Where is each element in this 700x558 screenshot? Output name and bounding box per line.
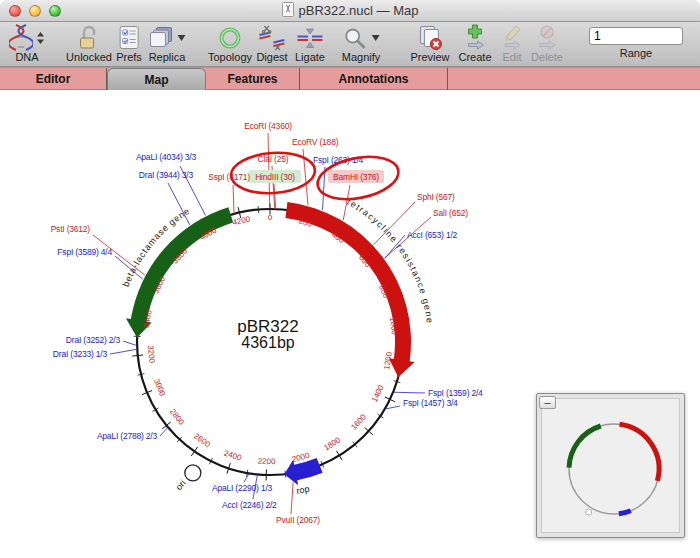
site-label[interactable]: SspI (4171) [208, 172, 250, 182]
delete-icon [534, 24, 560, 51]
site-leader [233, 185, 234, 214]
ligate-toolbar-button[interactable]: Ligate [295, 24, 326, 63]
site-label[interactable]: EcoRV (188) [292, 137, 339, 147]
app-window: pBR322.nucl — Map Range DNAUnlockedPrefs… [0, 0, 700, 558]
dna-toolbar-button[interactable]: DNA [9, 24, 45, 63]
scale-tick-label: 3000 [152, 378, 167, 398]
unlocked-toolbar-label: Unlocked [66, 51, 112, 63]
tab-editor[interactable]: Editor [0, 68, 107, 90]
mini-feature-tetracycline-resistance-gene [620, 424, 659, 481]
overview-collapse-button[interactable]: – [539, 396, 556, 409]
mini-ori-marker [586, 509, 592, 515]
document-icon [282, 2, 294, 20]
scale-tick-label: 1200 [382, 351, 394, 371]
prefs-toolbar-button[interactable]: Prefs [116, 24, 142, 63]
edit-toolbar-button: Edit [499, 24, 525, 63]
digest-toolbar-button[interactable]: Digest [256, 24, 287, 63]
close-button[interactable] [9, 5, 21, 17]
topology-icon [217, 24, 243, 51]
site-leader [393, 392, 425, 393]
scale-tick-label: 2600 [192, 432, 212, 450]
topology-toolbar-button[interactable]: Topology [208, 24, 252, 63]
scale-tick-label: 1000 [388, 316, 399, 335]
site-label[interactable]: FspI (1359) 2/4 [428, 388, 483, 398]
replica-toolbar-button[interactable]: Replica [149, 24, 186, 63]
preview-toolbar-label: Preview [410, 51, 449, 63]
overview-plasmid [542, 399, 681, 534]
scale-tick-label: 2800 [168, 407, 187, 427]
feature-tetracycline-resistance-gene[interactable] [285, 202, 414, 377]
site-label[interactable]: HindIII (30) [255, 172, 295, 182]
replica-toolbar-label: Replica [149, 51, 186, 63]
dna-toolbar-label: DNA [15, 51, 38, 63]
feature-rop[interactable] [284, 458, 322, 485]
digest-icon [257, 24, 288, 51]
feature-label-rop: rop [296, 484, 311, 496]
scale-tick-label: 3200 [146, 345, 157, 364]
site-label[interactable]: DraI (3944) 3/3 [139, 170, 194, 180]
topology-toolbar-label: Topology [208, 51, 252, 63]
range-input[interactable] [589, 27, 683, 45]
site-label[interactable]: FspI (1457) 3/4 [403, 398, 458, 408]
magnify-toolbar-button[interactable]: Magnify [342, 24, 381, 63]
create-toolbar-button[interactable]: Create [458, 24, 491, 63]
tab-features[interactable]: Features [206, 68, 300, 90]
traffic-lights [9, 5, 61, 17]
site-label[interactable]: DraI (3233) 1/3 [53, 349, 108, 359]
range-label: Range [588, 47, 684, 59]
tab-annotations[interactable]: Annotations [300, 68, 448, 90]
site-leader [160, 427, 168, 436]
dna-icon [9, 24, 45, 51]
magnify-toolbar-label: Magnify [342, 51, 381, 63]
site-label[interactable]: ApaLI (4034) 3/3 [136, 152, 197, 162]
site-label[interactable]: AccI (2246) 2/2 [222, 500, 277, 510]
scale-tick-label: 3400 [142, 309, 154, 329]
range-field: Range [588, 26, 684, 59]
prefs-icon [118, 24, 140, 51]
zoom-button[interactable] [49, 5, 61, 17]
ligate-toolbar-label: Ligate [295, 51, 325, 63]
site-label[interactable]: ApaLI (2788) 2/3 [97, 431, 158, 441]
site-label[interactable]: SalI (652) [433, 208, 468, 218]
scale-tick-label: 1800 [322, 435, 342, 452]
edit-toolbar-label: Edit [503, 51, 522, 63]
site-label[interactable]: EcoRI (4360) [244, 121, 292, 131]
scale-tick-label: 0 [268, 213, 273, 222]
digest-toolbar-label: Digest [256, 51, 287, 63]
unlocked-toolbar-button[interactable]: Unlocked [66, 24, 112, 63]
feature-ori-marker[interactable] [185, 465, 201, 481]
site-label[interactable]: ApaLI (2290) 1/3 [212, 483, 273, 493]
site-leader [291, 482, 293, 514]
preview-toolbar-button[interactable]: Preview [410, 24, 449, 63]
site-leader [110, 349, 137, 354]
site-label[interactable]: ClaI (25) [258, 154, 289, 164]
edit-icon [499, 24, 525, 51]
feature-label-ori: ori [174, 478, 188, 492]
map-canvas[interactable]: tetracycline resistance genebeta-lactama… [0, 90, 700, 558]
site-label[interactable]: PstI (3612) [51, 224, 91, 234]
mini-feature-beta-lactamase-gene [569, 426, 601, 468]
plasmid-size: 4361bp [241, 334, 294, 351]
minimize-button[interactable] [29, 5, 41, 17]
toolbar: Range DNAUnlockedPrefsReplicaTopologyDig… [0, 22, 700, 67]
scale-tick-label: 4200 [232, 214, 252, 227]
overview-window[interactable]: – [536, 393, 685, 538]
site-label[interactable]: DraI (3252) 2/3 [66, 335, 121, 345]
site-label[interactable]: FspI (3589) 4/4 [57, 247, 112, 257]
titlebar[interactable]: pBR322.nucl — Map [0, 0, 700, 22]
scale-tick-label: 2400 [223, 449, 243, 463]
prefs-toolbar-label: Prefs [116, 51, 142, 63]
delete-toolbar-label: Delete [531, 51, 563, 63]
tab-bar: EditorMapFeaturesAnnotations [0, 67, 700, 90]
site-label[interactable]: PvuII (2067) [276, 515, 320, 525]
create-toolbar-label: Create [458, 51, 491, 63]
delete-toolbar-button: Delete [531, 24, 563, 63]
unlock-icon [77, 24, 101, 51]
mini-feature-rop [619, 511, 631, 514]
site-label[interactable]: AccI (653) 1/2 [407, 230, 458, 240]
tab-map[interactable]: Map [107, 68, 206, 90]
site-label[interactable]: SphI (567) [417, 192, 455, 202]
site-label[interactable]: BamHI (376) [333, 172, 379, 182]
replica-icon [149, 24, 186, 51]
create-icon [462, 24, 488, 51]
